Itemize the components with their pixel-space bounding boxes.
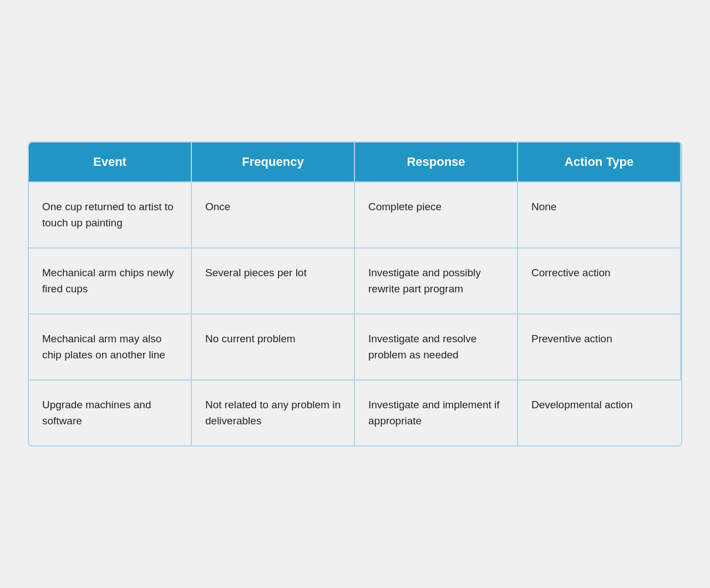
- table-row: Not related to any problem in deliverabl…: [192, 379, 355, 445]
- table-row: Developmental action: [518, 379, 681, 445]
- table-grid: Event Frequency Response Action Type One…: [29, 143, 681, 445]
- table-row: Complete piece: [355, 181, 518, 247]
- table-row: Corrective action: [518, 247, 681, 313]
- table-row: Investigate and possibly rewrite part pr…: [355, 247, 518, 313]
- table-row: Once: [192, 181, 355, 247]
- table-row: One cup returned to artist to touch up p…: [29, 181, 192, 247]
- table-row: Several pieces per lot: [192, 247, 355, 313]
- table-row: Upgrade machines and software: [29, 379, 192, 445]
- table-row: None: [518, 181, 681, 247]
- main-table: Event Frequency Response Action Type One…: [28, 141, 682, 447]
- header-response: Response: [355, 143, 518, 181]
- header-event: Event: [29, 143, 192, 181]
- table-row: Mechanical arm may also chip plates on a…: [29, 313, 192, 379]
- table-row: Preventive action: [518, 313, 681, 379]
- header-action-type: Action Type: [518, 143, 681, 181]
- table-row: Investigate and implement if appropriate: [355, 379, 518, 445]
- table-row: Investigate and resolve problem as neede…: [355, 313, 518, 379]
- table-row: Mechanical arm chips newly fired cups: [29, 247, 192, 313]
- header-frequency: Frequency: [192, 143, 355, 181]
- table-row: No current problem: [192, 313, 355, 379]
